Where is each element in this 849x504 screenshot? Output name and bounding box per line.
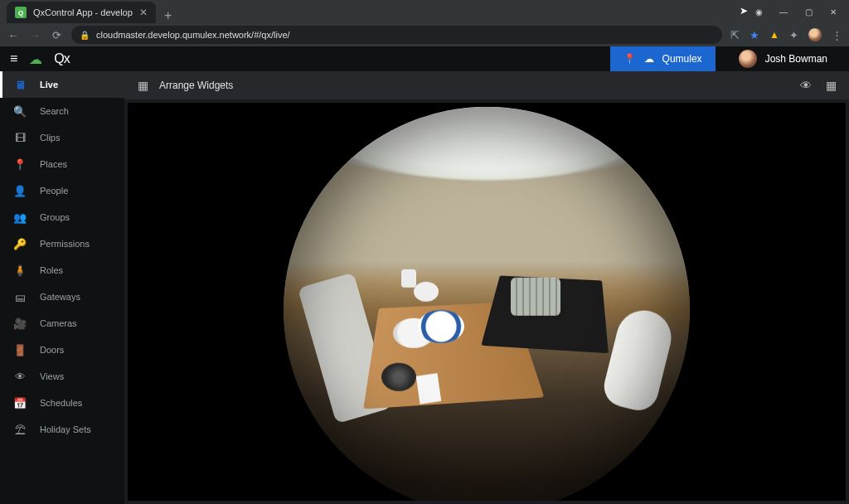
sidebar-item-clips[interactable]: 🎞Clips xyxy=(0,124,124,151)
cloud-icon[interactable]: ☁ xyxy=(29,51,42,67)
schedules-icon: 📅 xyxy=(13,397,27,410)
location-label: Qumulex xyxy=(662,53,702,65)
sidebar-item-label: Cameras xyxy=(40,318,77,328)
sidebar-item-schedules[interactable]: 📅Schedules xyxy=(0,390,124,416)
cameras-icon: 🎥 xyxy=(13,317,27,330)
window-maximize-icon[interactable]: ▢ xyxy=(796,3,821,20)
toolbar: ▦ Arrange Widgets 👁 ▦ xyxy=(124,71,849,99)
tab-title: QxControl App - develop xyxy=(33,7,133,17)
nav-reload-icon[interactable]: ⟳ xyxy=(50,29,63,41)
sidebar: 🖥Live🔍Search🎞Clips📍Places👤People👥Groups🔑… xyxy=(0,71,124,504)
menu-icon[interactable]: ≡ xyxy=(10,51,17,66)
sidebar-item-label: Groups xyxy=(40,212,70,222)
profile-avatar-icon[interactable] xyxy=(808,28,822,41)
camera-feed[interactable] xyxy=(128,103,846,501)
sidebar-item-views[interactable]: 👁Views xyxy=(0,363,124,390)
tab-close-icon[interactable]: ✕ xyxy=(139,7,148,18)
main-panel: ▦ Arrange Widgets 👁 ▦ xyxy=(124,71,849,504)
clips-icon: 🎞 xyxy=(13,132,27,144)
browser-tab[interactable]: Q QxControl App - develop ✕ xyxy=(7,2,156,23)
user-avatar xyxy=(739,50,757,68)
window-titlebar: Q QxControl App - develop ✕ + ➤ ◉ — ▢ ✕ xyxy=(0,0,849,23)
video-viewer xyxy=(124,99,849,504)
account-indicator-icon[interactable]: ◉ xyxy=(746,3,771,20)
sidebar-item-label: Gateways xyxy=(40,292,80,302)
user-menu[interactable]: Josh Bowman xyxy=(727,50,839,68)
install-app-icon[interactable]: ⇱ xyxy=(730,29,740,41)
browser-toolbar: ← → ⟳ 🔒 cloudmaster.develop.qumulex.netw… xyxy=(0,23,849,46)
sidebar-item-label: Roles xyxy=(40,265,63,275)
user-name: Josh Bowman xyxy=(765,53,827,65)
sidebar-item-label: Live xyxy=(40,80,58,90)
sidebar-item-label: Places xyxy=(40,159,67,169)
sidebar-item-label: Clips xyxy=(40,133,60,143)
arrange-widgets-button[interactable]: Arrange Widgets xyxy=(159,80,233,91)
visibility-icon[interactable]: 👁 xyxy=(798,79,814,92)
drive-extension-icon[interactable]: ▲ xyxy=(769,29,779,41)
sidebar-item-groups[interactable]: 👥Groups xyxy=(0,204,124,230)
fisheye-video xyxy=(284,107,690,501)
search-icon: 🔍 xyxy=(13,105,27,118)
sidebar-item-permissions[interactable]: 🔑Permissions xyxy=(0,230,124,257)
location-selector[interactable]: 📍 ☁ Qumulex xyxy=(610,46,716,71)
sidebar-item-label: Permissions xyxy=(40,239,90,249)
live-icon: 🖥 xyxy=(13,79,27,91)
sidebar-item-roles[interactable]: 🧍Roles xyxy=(0,257,124,284)
sidebar-item-label: Search xyxy=(40,106,69,116)
address-bar[interactable]: 🔒 cloudmaster.develop.qumulex.network/#/… xyxy=(71,26,722,44)
tab-favicon: Q xyxy=(15,7,27,18)
holiday-sets-icon: ⛱ xyxy=(13,424,27,436)
bookmark-star-icon[interactable]: ★ xyxy=(750,29,759,41)
app-header: ≡ ☁ Qx 📍 ☁ Qumulex Josh Bowman xyxy=(0,46,849,71)
cloud-small-icon: ☁ xyxy=(644,53,654,65)
sidebar-item-label: Holiday Sets xyxy=(40,424,91,434)
permissions-icon: 🔑 xyxy=(13,238,27,250)
window-minimize-icon[interactable]: — xyxy=(771,3,796,20)
roles-icon: 🧍 xyxy=(13,264,27,277)
gateways-icon: 🖴 xyxy=(13,291,27,303)
sidebar-item-search[interactable]: 🔍Search xyxy=(0,98,124,124)
sidebar-item-label: People xyxy=(40,186,68,196)
window-close-icon[interactable]: ✕ xyxy=(821,3,846,20)
sidebar-item-gateways[interactable]: 🖴Gateways xyxy=(0,284,124,310)
sidebar-item-live[interactable]: 🖥Live xyxy=(0,71,124,98)
groups-icon: 👥 xyxy=(13,211,27,224)
app-logo: Qx xyxy=(54,51,69,66)
sidebar-item-places[interactable]: 📍Places xyxy=(0,151,124,177)
sidebar-item-label: Doors xyxy=(40,345,64,355)
browser-menu-icon[interactable]: ⋮ xyxy=(832,29,842,41)
sidebar-item-cameras[interactable]: 🎥Cameras xyxy=(0,310,124,337)
lock-icon: 🔒 xyxy=(80,31,90,40)
views-icon: 👁 xyxy=(13,371,27,383)
sidebar-item-people[interactable]: 👤People xyxy=(0,177,124,204)
extensions-icon[interactable]: ✦ xyxy=(789,29,798,41)
sidebar-item-doors[interactable]: 🚪Doors xyxy=(0,337,124,363)
pin-icon: 📍 xyxy=(623,53,636,65)
new-tab-button[interactable]: + xyxy=(156,8,180,23)
nav-forward-icon: → xyxy=(28,29,41,41)
places-icon: 📍 xyxy=(13,158,27,171)
nav-back-icon[interactable]: ← xyxy=(7,29,20,41)
sidebar-item-label: Views xyxy=(40,371,64,381)
sidebar-item-holiday-sets[interactable]: ⛱Holiday Sets xyxy=(0,416,124,443)
url-text: cloudmaster.develop.qumulex.network/#/qx… xyxy=(96,30,290,40)
doors-icon: 🚪 xyxy=(13,344,27,356)
sidebar-item-label: Schedules xyxy=(40,398,82,408)
people-icon: 👤 xyxy=(13,185,27,197)
grid-layout-icon[interactable]: ▦ xyxy=(822,79,839,92)
widgets-grid-icon[interactable]: ▦ xyxy=(134,79,151,92)
